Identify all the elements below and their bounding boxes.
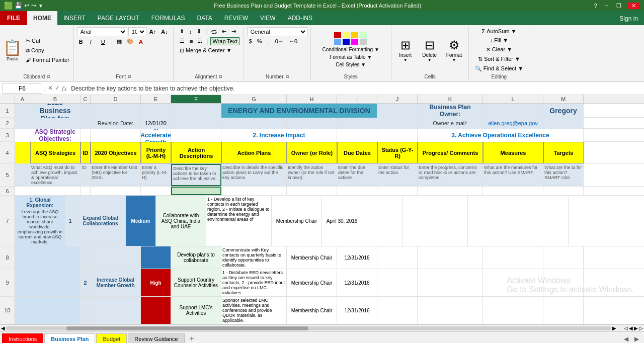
cell-j10[interactable] — [377, 297, 418, 324]
auto-sum-button[interactable]: Σ AutoSum ▼ — [479, 27, 518, 35]
tab-budget[interactable]: Budget — [96, 333, 127, 344]
cell-g2[interactable] — [221, 118, 287, 129]
cell-c7[interactable]: 1 — [65, 196, 75, 246]
clipboard-dialog-icon[interactable]: ⧉ — [47, 74, 50, 79]
cell-m1[interactable]: Gregory — [543, 104, 584, 118]
col-i[interactable]: I — [337, 95, 377, 103]
insert-function-icon[interactable]: 𝑓𝑥 — [62, 84, 67, 93]
cell-j6[interactable] — [377, 187, 418, 195]
cell-f1[interactable] — [171, 104, 221, 118]
format-as-table-button[interactable]: Format as Table ▼ — [328, 53, 374, 61]
cell-k1[interactable]: Business Plan Owner: — [418, 104, 483, 118]
cell-c1[interactable] — [80, 104, 91, 118]
font-size-select[interactable]: 10 — [128, 27, 146, 36]
col-k[interactable]: K — [418, 95, 483, 103]
tab-view[interactable]: VIEW — [254, 11, 282, 25]
cell-e7[interactable]: Medium — [126, 196, 156, 246]
align-bottom-button[interactable]: ⬇ — [195, 27, 203, 36]
file-tab[interactable]: FILE — [0, 11, 27, 25]
cell-h9[interactable]: Membership Chair — [287, 269, 337, 296]
fill-button[interactable]: ↓ Fill ▼ — [488, 36, 511, 44]
cell-e2[interactable]: 12/01/20 — [141, 118, 171, 129]
cell-l6[interactable] — [483, 187, 543, 195]
align-middle-button[interactable]: ↕ — [187, 28, 194, 36]
align-center-button[interactable]: ≡ — [188, 37, 195, 45]
cell-k6[interactable] — [418, 187, 483, 195]
tab-data[interactable]: DATA — [191, 11, 218, 25]
cell-m10[interactable] — [543, 297, 584, 324]
cell-c4[interactable]: ID — [80, 142, 91, 163]
col-g[interactable]: G — [221, 95, 287, 103]
cell-a1[interactable] — [15, 104, 30, 118]
cell-h6[interactable] — [287, 187, 337, 195]
cell-g9[interactable]: 1 - Distribute EED newsletters as they a… — [221, 269, 287, 296]
border-button[interactable]: ▦ — [115, 37, 124, 46]
col-j[interactable]: J — [377, 95, 418, 103]
tab-add-ins[interactable]: ADD-INS — [282, 11, 318, 25]
tab-home[interactable]: HOME — [27, 11, 57, 25]
insert-button[interactable]: ⊞ Insert ▼ — [394, 36, 417, 65]
cell-f3[interactable] — [171, 129, 221, 142]
cell-b9[interactable] — [30, 269, 80, 296]
cell-k9[interactable] — [418, 269, 483, 296]
cell-c2[interactable] — [80, 118, 91, 129]
cell-f10[interactable]: Support LMC's Activities — [171, 297, 221, 324]
tab-instructions[interactable]: Instructions — [2, 333, 43, 344]
currency-button[interactable]: $ — [247, 37, 254, 45]
conditional-formatting-button[interactable]: Conditional Formatting ▼ — [320, 46, 381, 53]
clear-button[interactable]: ✕ Clear ▼ — [484, 45, 514, 54]
cell-l5[interactable]: What are the measures for this action? U… — [483, 164, 543, 186]
cell-j1[interactable] — [377, 104, 418, 118]
cell-l1[interactable] — [483, 104, 543, 118]
cell-j3[interactable] — [377, 129, 418, 142]
italic-button[interactable]: I — [88, 38, 98, 46]
confirm-formula-icon[interactable]: ✓ — [55, 84, 60, 93]
cell-m6[interactable] — [543, 187, 584, 195]
add-sheet-button[interactable]: ＋ — [188, 333, 196, 343]
cell-i4[interactable]: Due Dates — [337, 142, 377, 163]
sign-in[interactable]: Sign in — [613, 12, 644, 25]
cell-j5[interactable]: Enter status for the action. — [377, 164, 418, 186]
cell-styles-button[interactable]: Cell Styles ▼ — [334, 61, 368, 68]
font-color-button[interactable]: A — [137, 38, 145, 46]
cell-l2[interactable]: allen.greg@epa.gov — [483, 118, 543, 129]
cell-a4[interactable] — [15, 142, 30, 163]
nav-arrow-3[interactable]: ▶ — [634, 325, 638, 331]
cell-d5[interactable]: Enter the Member Unit (MU) objective for… — [91, 164, 141, 186]
cell-b10[interactable] — [30, 297, 80, 324]
cell-m7[interactable] — [528, 196, 569, 246]
col-b[interactable]: B — [30, 95, 80, 103]
cell-b2[interactable] — [30, 118, 80, 129]
cell-e4[interactable]: Priority (L-M-H) — [141, 142, 171, 163]
cancel-formula-icon[interactable]: ✕ — [48, 84, 53, 93]
cell-d9[interactable]: Increase Global Member Growth — [91, 269, 141, 296]
col-e[interactable]: E — [141, 95, 171, 103]
cell-g7[interactable]: 1 - Develop a list of key contacts in ea… — [206, 196, 272, 246]
cell-b8[interactable] — [30, 246, 80, 269]
cell-e9[interactable]: High — [141, 269, 171, 296]
cell-d10[interactable] — [91, 297, 141, 324]
cell-b5[interactable]: What ASQ must do to achieve growth, impa… — [30, 164, 80, 186]
col-c[interactable]: C — [80, 95, 91, 103]
cell-f2[interactable] — [171, 118, 221, 129]
cell-l9[interactable] — [483, 269, 543, 296]
decrease-decimal-button[interactable]: .0→ — [272, 37, 286, 45]
quick-access-more[interactable]: ▼ — [38, 3, 43, 9]
scroll-right-sheets[interactable]: ◀ — [621, 335, 631, 342]
cell-d2[interactable]: Revision Date: — [91, 118, 141, 129]
minimize-button[interactable]: − — [603, 3, 610, 9]
cell-f6[interactable] — [171, 187, 221, 195]
percent-button[interactable]: % — [255, 37, 264, 45]
tab-business-plan[interactable]: Business Plan — [44, 333, 95, 344]
cell-c8[interactable] — [80, 246, 91, 269]
col-l[interactable]: L — [483, 95, 543, 103]
align-left-button[interactable]: ☰ — [178, 37, 187, 45]
cell-a3[interactable] — [15, 129, 30, 142]
cell-h8[interactable]: Membership Chair — [287, 246, 337, 269]
cell-a5[interactable] — [15, 164, 30, 186]
sort-filter-button[interactable]: ⇅ Sort & Filter ▼ — [476, 55, 522, 63]
align-top-button[interactable]: ⬆ — [178, 27, 186, 36]
cell-c9[interactable]: 2 — [80, 269, 91, 296]
scroll-left-sheets[interactable]: ▶ — [631, 335, 642, 342]
indent-increase-button[interactable]: ⇥ — [229, 27, 238, 36]
